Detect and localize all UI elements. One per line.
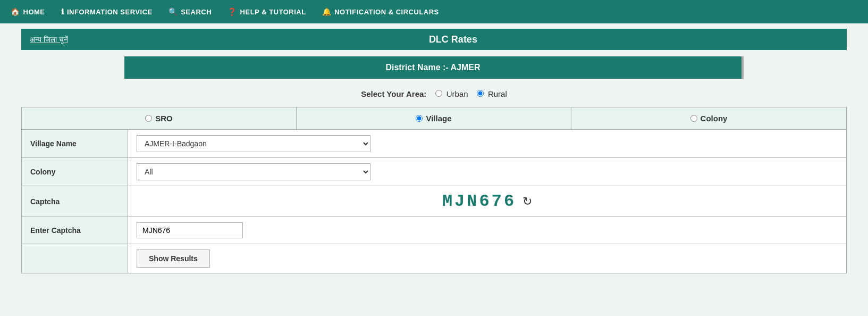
show-results-row: Show Results (22, 244, 846, 273)
help-icon: ❓ (227, 7, 237, 16)
enter-captcha-value (128, 217, 846, 244)
district-bar: District Name :- AJMER (124, 56, 744, 79)
main-content: अन्य जिला चुनें DLC Rates District Name … (0, 23, 868, 284)
info-icon: ℹ (61, 7, 64, 16)
enter-captcha-label: Enter Captcha (22, 217, 128, 244)
village-radio[interactable] (416, 115, 423, 122)
search-icon: 🔍 (168, 7, 178, 16)
colony-radio[interactable] (690, 115, 697, 122)
home-icon: 🏠 (11, 7, 20, 16)
navbar: 🏠 HOME ℹ INFORMATION SERVICE 🔍 SEARCH ❓ … (0, 0, 868, 23)
captcha-input[interactable] (137, 222, 243, 238)
search-type-row: SRO Village Colony (22, 107, 846, 130)
notification-icon: 🔔 (322, 7, 332, 16)
village-name-select[interactable]: AJMER-I-Badgaon AJMER-II AJMER-III (137, 135, 370, 152)
nav-help[interactable]: ❓ HELP & TUTORIAL (227, 7, 306, 16)
colony-value: All (128, 158, 846, 186)
sro-option[interactable]: SRO (22, 107, 297, 129)
village-name-value: AJMER-I-Badgaon AJMER-II AJMER-III (128, 130, 846, 157)
village-name-label: Village Name (22, 130, 128, 157)
rural-radio[interactable] (477, 90, 484, 97)
colony-select[interactable]: All (137, 163, 370, 180)
show-results-value: Show Results (128, 244, 846, 273)
captcha-refresh-icon[interactable]: ↻ (523, 195, 532, 209)
nav-search[interactable]: 🔍 SEARCH (168, 7, 212, 16)
urban-label[interactable]: Urban (435, 89, 470, 98)
captcha-text: MJN676 (442, 192, 516, 211)
page-title: DLC Rates (68, 34, 838, 45)
enter-captcha-row: Enter Captcha (22, 217, 846, 244)
area-selection: Select Your Area: Urban Rural (21, 89, 847, 98)
captcha-row: Captcha MJN676 ↻ (22, 186, 846, 217)
village-option[interactable]: Village (297, 107, 571, 129)
show-results-label-cell (22, 244, 128, 273)
back-link[interactable]: अन्य जिला चुनें (30, 35, 68, 44)
captcha-display-value: MJN676 ↻ (128, 186, 846, 217)
sro-radio[interactable] (145, 115, 152, 122)
show-results-button[interactable]: Show Results (137, 250, 210, 268)
colony-row: Colony All (22, 158, 846, 186)
page-header: अन्य जिला चुनें DLC Rates (21, 29, 847, 50)
nav-information-service[interactable]: ℹ INFORMATION SERVICE (61, 7, 153, 16)
captcha-label: Captcha (22, 186, 128, 217)
captcha-display: MJN676 ↻ (442, 192, 532, 211)
urban-radio[interactable] (435, 90, 442, 97)
rural-label[interactable]: Rural (477, 89, 507, 98)
nav-notification[interactable]: 🔔 NOTIFICATION & CIRCULARS (322, 7, 439, 16)
area-selection-label: Select Your Area: (361, 89, 426, 98)
nav-home[interactable]: 🏠 HOME (11, 7, 45, 16)
form-container: SRO Village Colony Village Name AJMER-I-… (21, 107, 847, 273)
village-name-row: Village Name AJMER-I-Badgaon AJMER-II AJ… (22, 130, 846, 158)
colony-option[interactable]: Colony (571, 107, 846, 129)
colony-label: Colony (22, 158, 128, 186)
